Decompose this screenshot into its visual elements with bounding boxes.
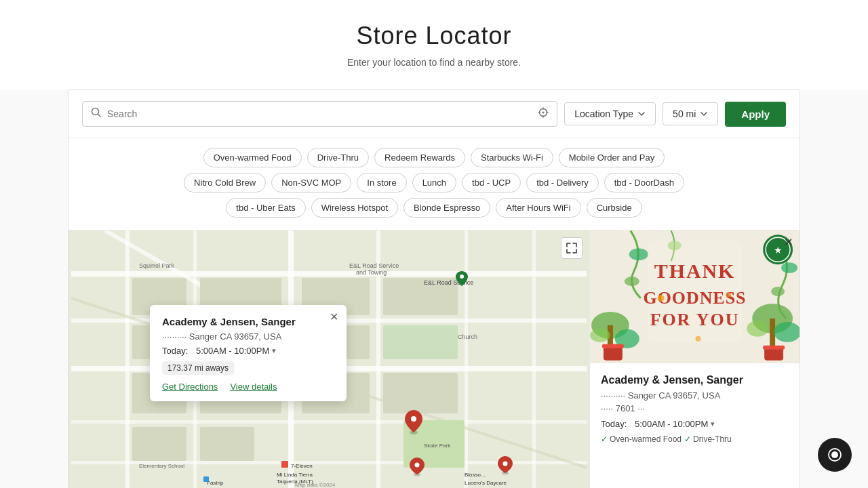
page-header: Store Locator Enter your location to fin… [0,0,868,89]
svg-rect-34 [200,427,254,461]
sidebar-features: ✓ Oven-warmed Food ✓ Drive-Thru [601,434,789,444]
svg-point-73 [781,262,797,273]
promo-banner: ✕ [590,230,800,363]
svg-text:Mi Linda Tierra: Mi Linda Tierra [277,472,313,478]
content-area: Skate Park Squirrel Park Cesar Chavez Pa… [68,230,800,488]
filter-tag-non-svc-mop[interactable]: Non-SVC MOP [271,173,351,192]
checkmark-icon: ✓ [684,434,691,444]
sidebar-hours: Today: 5:00AM - 10:00PM ▾ [601,419,789,429]
search-input[interactable] [107,108,532,119]
search-row: Location Type 50 mi Apply [68,90,800,138]
svg-rect-18 [465,230,468,488]
popup-store-name: Academy & Jensen, Sanger [162,316,334,327]
filter-tag-oven-warmed-food[interactable]: Oven-warmed Food [203,148,302,167]
svg-point-66 [590,329,610,342]
popup-links: Get Directions View details [162,382,334,392]
svg-point-46 [411,416,416,422]
filter-tag-tbd-ubereats[interactable]: tbd - Uber Eats [226,198,305,218]
svg-point-87 [658,295,665,302]
svg-line-1 [98,115,101,117]
svg-text:FOR YOU: FOR YOU [650,310,740,329]
filter-tags-row-2: Nitro Cold Brew Non-SVC MOP In store Lun… [82,173,786,192]
filter-tag-after-hours-wifi[interactable]: After Hours WiFi [496,198,580,218]
svg-rect-52 [281,461,288,468]
svg-text:Taqueria (MLT): Taqueria (MLT) [277,479,313,485]
svg-text:Lucero's Daycare: Lucero's Daycare [465,480,507,486]
svg-rect-33 [132,427,186,461]
popup-close-button[interactable]: ✕ [330,312,338,323]
filter-tag-mobile-order-pay[interactable]: Mobile Order and Pay [559,148,665,167]
svg-point-50 [503,462,508,466]
search-icon [91,107,102,121]
svg-text:Elementary School: Elementary School [139,463,184,469]
store-info-section: Academy & Jensen, Sanger ·········· Sang… [590,363,800,455]
feature-oven-warmed: ✓ Oven-warmed Food [601,434,682,444]
svg-rect-32 [383,373,458,413]
location-target-icon[interactable] [538,107,549,121]
filter-tag-blonde-espresso[interactable]: Blonde Espresso [403,198,490,218]
svg-point-77 [629,248,648,260]
svg-text:THANK: THANK [654,260,736,282]
svg-text:Skate Park: Skate Park [424,443,451,449]
filter-tag-curbside[interactable]: Curbside [587,198,642,218]
fullscreen-button[interactable] [561,237,583,259]
filter-tag-starbucks-wifi[interactable]: Starbucks Wi-Fi [471,148,553,167]
promo-close-button[interactable]: ✕ [784,236,793,249]
view-details-link[interactable]: View details [230,382,277,392]
popup-hours: Today: 5:00AM - 10:00PM ▾ [162,346,334,356]
svg-text:Squirrel Park: Squirrel Park [139,262,175,269]
svg-text:Fastrip: Fastrip [207,480,224,486]
svg-point-91 [831,451,838,458]
sidebar-phone: ····· 7601 ··· [601,403,789,413]
page-subtitle: Enter your location to find a nearby sto… [14,57,854,68]
svg-text:E&L Road Service: E&L Road Service [349,262,399,269]
filter-tag-tbd-ucp[interactable]: tbd - UCP [462,173,521,192]
feature-drive-thru: ✓ Drive-Thru [684,434,732,444]
svg-rect-12 [71,420,587,424]
svg-rect-76 [763,346,785,350]
svg-point-72 [747,321,768,337]
filter-tag-tbd-doordash[interactable]: tbd - DoorDash [604,173,684,192]
map-popup: ✕ Academy & Jensen, Sanger ·········· Sa… [150,305,347,401]
svg-point-3 [542,112,545,114]
svg-rect-59 [203,476,209,482]
filter-tag-nitro-cold-brew[interactable]: Nitro Cold Brew [184,173,266,192]
svg-text:7-Eleven: 7-Eleven [291,463,313,469]
page-title: Store Locator [14,22,854,50]
map-area[interactable]: Skate Park Squirrel Park Cesar Chavez Pa… [68,230,589,488]
filter-tag-drive-thru[interactable]: Drive-Thru [307,148,369,167]
get-directions-link[interactable]: Get Directions [162,382,218,392]
svg-rect-35 [383,325,458,359]
filter-tag-in-store[interactable]: In store [357,173,406,192]
popup-distance-badge: 173.37 mi aways [162,361,234,375]
checkmark-icon: ✓ [601,434,608,444]
filter-tag-lunch[interactable]: Lunch [412,173,456,192]
svg-point-88 [726,292,731,298]
svg-point-89 [695,336,701,342]
svg-text:★: ★ [774,245,783,256]
filter-tag-tbd-delivery[interactable]: tbd - Delivery [526,173,599,192]
main-container: Location Type 50 mi Apply Oven-warmed Fo… [68,89,800,488]
filter-tags-section: Oven-warmed Food Drive-Thru Redeem Rewar… [68,138,800,230]
search-input-wrapper [82,101,557,127]
chat-button[interactable] [818,438,852,472]
filter-tags-row-1: Oven-warmed Food Drive-Thru Redeem Rewar… [82,148,786,167]
right-sidebar: ✕ [589,230,800,488]
svg-text:and Towing: and Towing [356,269,387,276]
svg-text:Church: Church [458,333,477,340]
svg-point-74 [771,287,785,296]
location-type-dropdown[interactable]: Location Type [564,102,656,125]
sidebar-address: ·········· Sanger CA 93657, USA [601,390,789,401]
filter-tag-wireless-hotspot[interactable]: Wireless Hotspot [311,198,398,218]
popup-address: ·········· Sanger CA 93657, USA [162,331,334,342]
filter-tags-row-3: tbd - Uber Eats Wireless Hotspot Blonde … [82,198,786,218]
apply-button[interactable]: Apply [725,102,786,127]
filter-tag-redeem-rewards[interactable]: Redeem Rewards [374,148,465,167]
svg-rect-14 [125,230,130,488]
sidebar-hours-chevron-icon[interactable]: ▾ [711,420,715,428]
distance-dropdown[interactable]: 50 mi [663,102,718,125]
svg-point-78 [625,277,639,286]
svg-point-61 [460,274,464,279]
svg-rect-9 [71,271,587,277]
hours-chevron-icon[interactable]: ▾ [272,346,276,355]
